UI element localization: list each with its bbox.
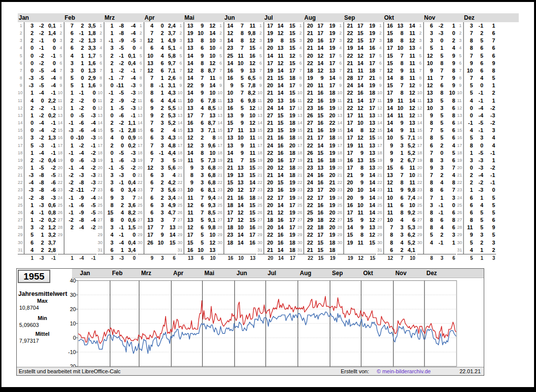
mittel-cell: 13	[364, 142, 376, 149]
min-cell: -2	[114, 119, 125, 127]
summary-day-cell	[138, 254, 144, 261]
min-cell: 0	[114, 186, 125, 194]
min-cell: -1	[474, 89, 484, 97]
max-cell: 22	[344, 37, 354, 44]
max-cell: 19	[264, 67, 274, 74]
min-cell: -8	[35, 186, 45, 194]
chart-canvas	[17, 269, 484, 375]
min-cell: -5	[35, 164, 45, 172]
mittel-cell: 7,1	[404, 134, 416, 142]
min-cell: 2	[194, 134, 205, 142]
min-cell: 12	[274, 30, 285, 37]
max-cell: 7	[384, 224, 394, 231]
max-cell: 4	[105, 134, 114, 142]
day-number: 24	[257, 194, 264, 202]
min-cell	[74, 239, 85, 247]
max-cell: 22	[344, 105, 354, 112]
day-number: 13	[337, 112, 344, 119]
day-number: 24	[417, 194, 424, 202]
max-cell: 27	[264, 112, 274, 119]
day-number: 22	[457, 179, 464, 186]
mittel-cell: 0	[85, 105, 97, 112]
day-number: 2	[18, 30, 25, 37]
day-number: 24	[337, 194, 344, 202]
min-cell: 6	[194, 97, 205, 105]
max-cell: 24	[264, 142, 274, 149]
mittel-cell: 0,4	[125, 239, 137, 247]
max-cell: 12	[184, 202, 194, 209]
mittel-cell: 15	[245, 44, 256, 52]
max-cell: 20	[264, 82, 274, 89]
day-number: 4	[297, 44, 304, 52]
day-number: 22	[337, 179, 344, 186]
mittel-cell: 19	[285, 209, 296, 216]
max-cell: 22	[304, 60, 314, 67]
max-cell: 7	[144, 157, 154, 164]
day-number: 25	[337, 202, 344, 209]
max-cell: 1	[25, 216, 35, 224]
min-cell: 0	[154, 22, 165, 30]
mittel-cell: 6	[444, 209, 456, 216]
max-cell: -2	[25, 194, 35, 202]
mittel-cell: 1,4	[45, 30, 57, 37]
mittel-cell: 5,1	[165, 44, 177, 52]
mittel-cell: 14	[364, 209, 376, 216]
min-cell: -3	[114, 172, 125, 179]
mittel-cell: 18	[324, 157, 336, 164]
day-number: 30	[297, 239, 304, 247]
max-cell: 14	[344, 127, 354, 134]
day-number: 6	[457, 60, 464, 67]
day-number: 8	[417, 74, 424, 82]
mittel-cell: 3	[484, 127, 496, 134]
day-number: 28	[417, 224, 424, 231]
day-number: 17	[377, 142, 384, 149]
min-cell: 13	[234, 164, 245, 172]
day-number: 23	[217, 186, 224, 194]
min-cell: 7	[234, 22, 245, 30]
day-number: 4	[257, 44, 264, 52]
day-number: 25	[257, 202, 264, 209]
min-cell: 16	[314, 202, 324, 209]
max-cell: 7	[464, 30, 474, 37]
day-number: 22	[18, 179, 25, 186]
day-number: 14	[417, 119, 424, 127]
day-number: 9	[297, 82, 304, 89]
min-cell: 6	[154, 60, 165, 67]
mittel-cell: 15	[285, 89, 296, 97]
max-cell: 7	[144, 74, 154, 82]
mittel-cell: 1	[444, 22, 456, 30]
max-cell: 20	[304, 37, 314, 44]
day-number: 5	[217, 52, 224, 60]
summary-day-cell	[337, 254, 344, 261]
min-cell: 16	[314, 119, 324, 127]
day-number: 31	[18, 247, 25, 254]
min-cell: 10	[154, 239, 165, 247]
max-cell: 16	[184, 247, 194, 254]
day-number: 15	[18, 127, 25, 134]
min-cell: -4	[74, 164, 85, 172]
min-cell: -5	[114, 164, 125, 172]
min-cell: 15	[314, 247, 324, 254]
mittel-cell: 21	[364, 74, 376, 82]
mittel-cell: 11	[404, 52, 416, 60]
max-cell: 13	[144, 216, 154, 224]
min-cell: 2	[35, 239, 45, 247]
max-cell: 9	[105, 194, 114, 202]
max-cell: 6	[144, 209, 154, 216]
table-month-header-feb: Feb	[65, 14, 75, 21]
day-number: 5	[257, 52, 264, 60]
min-cell: 4	[434, 179, 444, 186]
mittel-cell: 18	[285, 119, 296, 127]
mittel-cell: 8	[205, 134, 216, 142]
mittel-cell: -1	[85, 142, 97, 149]
min-cell: 5	[434, 52, 444, 60]
summary-mittel-cell: 13	[245, 254, 256, 261]
day-number: 6	[58, 60, 65, 67]
max-cell: 20	[344, 179, 354, 186]
mittel-cell: 14	[364, 172, 376, 179]
min-cell: -1	[35, 44, 45, 52]
day-number: 21	[178, 172, 184, 179]
day-number: 7	[257, 67, 264, 74]
max-cell: 18	[224, 239, 234, 247]
copyright-link[interactable]: © mein-bilderarchiv.de	[377, 368, 430, 375]
